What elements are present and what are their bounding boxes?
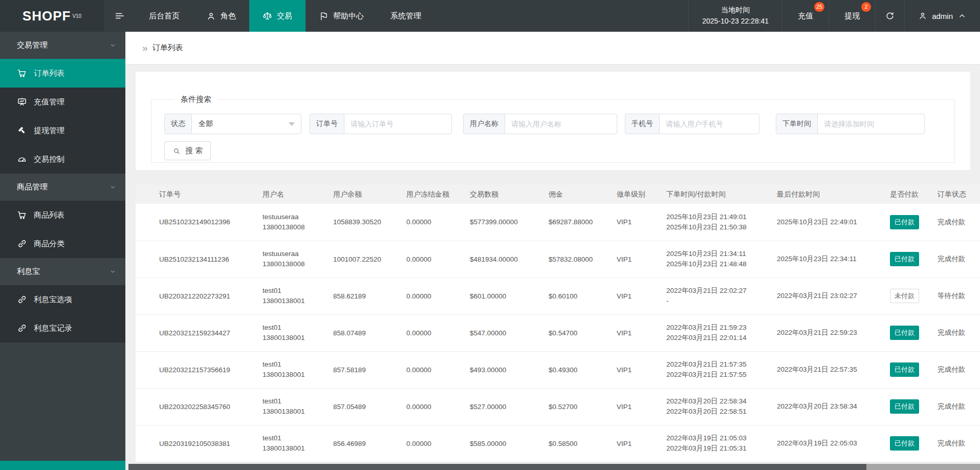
- table-row[interactable]: UB2203192105038381test0113800138001856.4…: [136, 425, 980, 462]
- search-icon: [172, 147, 181, 155]
- cell-amount: $481934.00000: [470, 241, 549, 277]
- cell-paid: 已付款: [890, 425, 938, 462]
- page-title: 订单列表: [153, 43, 183, 53]
- nav-item-help[interactable]: 帮助中心: [306, 0, 377, 32]
- table-row[interactable]: UB2203202258345760test0113800138001857.0…: [136, 388, 980, 425]
- select-value: 全部: [199, 119, 213, 129]
- cell-order-no: UB2203212159234427: [136, 314, 263, 351]
- sidebar-item-label: 利息宝记录: [34, 324, 72, 333]
- nav-item-home[interactable]: 后台首页: [136, 0, 193, 32]
- filter-status-select[interactable]: 全部: [191, 114, 301, 134]
- filter-status: 状态全部: [164, 114, 301, 134]
- table-row[interactable]: UB2203212157356619test0113800138001857.5…: [136, 351, 980, 388]
- flag-icon: [319, 11, 329, 21]
- cell-status: 完成付款: [938, 388, 980, 425]
- user-icon: [206, 11, 216, 21]
- local-time-label: 当地时间: [721, 5, 750, 16]
- table-row[interactable]: UB2510232149012396testuuseraa13800138008…: [136, 204, 980, 241]
- sidebar-item-label: 利息宝选项: [34, 295, 72, 305]
- sidebar-item-label: 充值管理: [34, 97, 64, 107]
- cell-paid: 已付款: [890, 351, 938, 388]
- link-icon: [17, 239, 27, 249]
- cell-level: VIP1: [617, 388, 666, 425]
- sidebar-item-recharge-mgmt[interactable]: 充值管理: [0, 88, 125, 116]
- cell-level: VIP1: [617, 425, 666, 462]
- cell-paid: 已付款: [890, 241, 938, 277]
- sidebar-section-label: 交易管理: [17, 40, 48, 50]
- user-menu[interactable]: admin: [905, 0, 980, 32]
- recharge-label: 充值: [798, 11, 813, 21]
- scrollbar-thumb[interactable]: [128, 464, 866, 470]
- filter-order-no: 订单号: [310, 114, 452, 134]
- cell-order-no: UB2510232134111236: [136, 241, 263, 277]
- sidebar-item-product-category[interactable]: 商品分类: [0, 229, 125, 258]
- filter-phone-input[interactable]: [659, 114, 759, 134]
- filter-username: 用户名称: [463, 114, 617, 134]
- cell-user: test0113800138001: [263, 277, 333, 314]
- cell-amount: $601.00000: [470, 277, 549, 314]
- logo-text: SHOPF: [23, 8, 71, 24]
- cell-level: VIP1: [617, 351, 666, 388]
- sidebar-section-trade-mgmt[interactable]: 交易管理: [0, 32, 125, 59]
- sidebar-item-order-list[interactable]: 订单列表: [0, 59, 125, 88]
- cell-frozen: 0.00000: [406, 277, 470, 314]
- cell-commission: $0.54700: [549, 314, 617, 351]
- cell-frozen: 0.00000: [406, 388, 470, 425]
- cell-status: 完成付款: [938, 314, 980, 351]
- chevron-down-icon: [110, 268, 116, 275]
- sidebar-item-interest-records[interactable]: 利息宝记录: [0, 314, 125, 343]
- sidebar-item-product-list[interactable]: 商品列表: [0, 201, 125, 229]
- table-row[interactable]: UB2203212202273291test0113800138001858.6…: [136, 277, 980, 314]
- select-arrow-icon: [289, 122, 295, 126]
- cell-frozen: 0.00000: [406, 204, 470, 241]
- withdraw-button[interactable]: 提现 2: [829, 0, 876, 32]
- cell-order-no: UB2510232149012396: [136, 204, 263, 241]
- cell-level: VIP1: [617, 277, 666, 314]
- filter-username-input[interactable]: [505, 114, 617, 134]
- filter-label: 下单时间: [776, 114, 817, 134]
- cell-commission: $69287.88000: [549, 204, 617, 241]
- nav-item-label: 角色: [221, 11, 236, 21]
- withdraw-label: 提现: [844, 11, 860, 21]
- filter-order-time-input[interactable]: [817, 114, 925, 134]
- breadcrumb-icon: »: [142, 43, 148, 53]
- refresh-button[interactable]: [876, 0, 905, 32]
- nav-item-system[interactable]: 系统管理: [377, 0, 434, 32]
- column-header: 订单号: [136, 185, 263, 204]
- cell-last-pay-time: 2022年03月21日 23:02:27: [777, 277, 890, 314]
- cell-user: test0113800138001: [263, 314, 333, 351]
- cell-level: VIP1: [617, 204, 666, 241]
- sidebar-toggle-button[interactable]: [104, 0, 136, 32]
- paid-status-badge: 已付款: [890, 215, 919, 229]
- sidebar-item-trade-control[interactable]: 交易控制: [0, 145, 125, 174]
- sidebar-section-interest[interactable]: 利息宝: [0, 258, 125, 285]
- orders-table: 订单号用户名用户余额用户冻结金额交易数额佣金做单级别下单时间/付款时间最后付款时…: [136, 185, 980, 462]
- table-row[interactable]: UB2510232134111236testuuseraa13800138008…: [136, 241, 980, 277]
- recharge-button[interactable]: 充值 25: [782, 0, 829, 32]
- nav-item-role[interactable]: 角色: [193, 0, 249, 32]
- sidebar-item-label: 提现管理: [34, 126, 64, 136]
- horizontal-scrollbar[interactable]: [128, 464, 980, 470]
- logo-version: V10: [72, 13, 81, 19]
- filter-order-no-input[interactable]: [344, 114, 452, 134]
- column-header: 是否付款: [890, 185, 938, 204]
- cell-status: 完成付款: [938, 241, 980, 277]
- sidebar-item-interest-options[interactable]: 利息宝选项: [0, 285, 125, 314]
- cell-user: testuuseraa13800138008: [263, 204, 333, 241]
- paid-status-badge: 已付款: [890, 362, 919, 377]
- sidebar-item-withdraw-mgmt[interactable]: 提现管理: [0, 116, 125, 145]
- table-row[interactable]: UB2203212159234427test0113800138001858.0…: [136, 314, 980, 351]
- sidebar-section-product-mgmt[interactable]: 商品管理: [0, 174, 125, 201]
- user-name: admin: [932, 12, 953, 20]
- condition-legend: 条件搜索: [175, 95, 217, 104]
- paid-status-badge: 未付款: [890, 289, 919, 303]
- cell-user: testuuseraa13800138008: [263, 241, 333, 277]
- cell-paid: 已付款: [890, 388, 938, 425]
- nav-item-trade[interactable]: 交易: [249, 0, 306, 32]
- cell-paid: 未付款: [890, 277, 938, 314]
- search-button-label: 搜 索: [185, 146, 203, 156]
- sidebar-item-label: 交易控制: [34, 155, 64, 164]
- main-content: » 订单列表 条件搜索 状态全部订单号用户名称手机号下单时间 搜 索 订单号用户…: [125, 32, 980, 470]
- search-button[interactable]: 搜 索: [164, 141, 211, 160]
- nav-item-label: 帮助中心: [333, 11, 364, 21]
